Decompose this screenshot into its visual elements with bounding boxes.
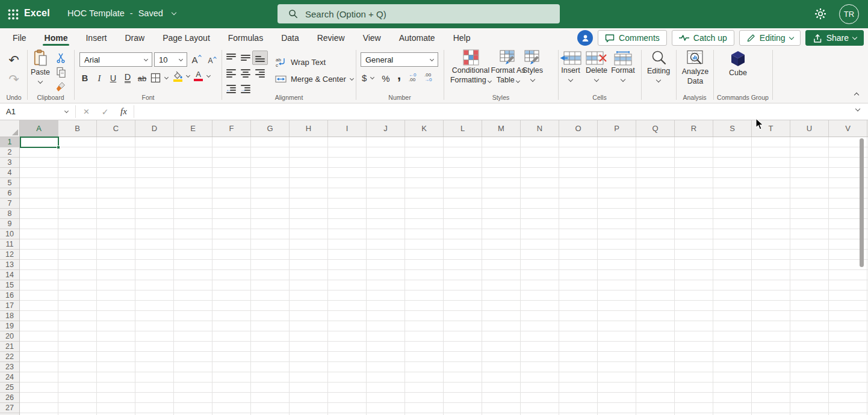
row-header-12[interactable]: 12 [0,250,19,260]
row-header-18[interactable]: 18 [0,311,19,321]
row-header-3[interactable]: 3 [0,158,19,168]
tab-view[interactable]: View [354,28,390,47]
double-underline-button[interactable]: D [121,72,134,85]
row-header-20[interactable]: 20 [0,331,19,342]
cancel-entry-button[interactable]: × [77,106,96,117]
name-box[interactable]: A1 [0,103,75,120]
column-header-I[interactable]: I [328,120,367,137]
column-header-B[interactable]: B [58,120,97,137]
user-avatar[interactable]: TR [839,4,859,24]
fill-handle[interactable] [57,146,60,149]
column-header-P[interactable]: P [598,120,636,137]
insert-cells-button[interactable]: Insert [557,51,584,81]
strikethrough-button[interactable]: ab [135,72,149,85]
enter-entry-button[interactable]: ✓ [96,107,114,117]
column-header-V[interactable]: V [829,120,867,137]
underline-button[interactable]: U [107,72,120,85]
column-header-J[interactable]: J [367,120,405,137]
wrap-text-button[interactable]: ab c Wrap Text [275,57,326,67]
cube-button[interactable]: Cube [722,50,754,78]
tab-help[interactable]: Help [444,28,480,47]
select-all-corner[interactable] [0,120,20,137]
row-header-25[interactable]: 25 [0,383,19,393]
column-header-T[interactable]: T [752,120,790,137]
search-box[interactable] [277,4,560,23]
column-header-L[interactable]: L [444,120,482,137]
row-header-26[interactable]: 26 [0,393,19,403]
copy-button[interactable] [54,66,67,78]
merge-center-button[interactable]: Merge & Center [275,74,353,84]
row-header-19[interactable]: 19 [0,321,19,331]
app-launcher-icon[interactable] [8,9,19,20]
insert-function-button[interactable]: fx [114,106,133,117]
expand-formula-bar-icon[interactable] [855,106,860,111]
search-input[interactable] [305,9,534,19]
font-name-select[interactable]: Arial [79,52,152,67]
row-header-15[interactable]: 15 [0,280,19,290]
column-header-N[interactable]: N [521,120,559,137]
row-header-24[interactable]: 24 [0,372,19,383]
analyze-data-button[interactable]: Analyze Data [678,50,713,86]
comments-button[interactable]: Comments [598,30,667,46]
fill-color-button[interactable] [173,71,190,82]
tab-draw[interactable]: Draw [116,28,153,47]
row-header-27[interactable]: 27 [0,403,19,413]
presence-indicator[interactable] [577,30,593,46]
number-format-select[interactable]: General [361,52,438,67]
borders-button[interactable] [150,73,168,83]
align-right-button[interactable] [254,67,266,79]
comma-format-button[interactable]: , [394,69,404,82]
align-middle-button[interactable] [240,52,252,64]
vertical-scrollbar-thumb[interactable] [860,138,864,267]
row-header-21[interactable]: 21 [0,342,19,352]
settings-gear-icon[interactable] [814,7,827,20]
share-button[interactable]: Share [805,30,864,46]
tab-file[interactable]: File [4,28,36,47]
row-header-2[interactable]: 2 [0,147,19,158]
currency-format-button[interactable]: $ [362,73,374,83]
catch-up-button[interactable]: Catch up [672,30,734,46]
column-header-G[interactable]: G [251,120,290,137]
tab-review[interactable]: Review [308,28,354,47]
tab-formulas[interactable]: Formulas [219,28,272,47]
column-header-O[interactable]: O [559,120,598,137]
tab-data[interactable]: Data [272,28,308,47]
editing-mode-button[interactable]: Editing [739,30,801,46]
column-header-A[interactable]: A [20,120,58,137]
row-header-22[interactable]: 22 [0,352,19,362]
row-header-16[interactable]: 16 [0,290,19,301]
column-header-F[interactable]: F [212,120,251,137]
tab-page-layout[interactable]: Page Layout [153,28,219,47]
font-size-select[interactable]: 10 [154,52,187,67]
decrease-indent-button[interactable]: ← [225,83,237,95]
row-header-8[interactable]: 8 [0,209,19,219]
font-color-button[interactable]: A [194,71,210,81]
row-header-7[interactable]: 7 [0,198,19,209]
column-header-C[interactable]: C [97,120,135,137]
document-title[interactable]: HOC Template - Saved [67,8,176,18]
row-header-17[interactable]: 17 [0,301,19,311]
row-header-10[interactable]: 10 [0,229,19,239]
align-top-button[interactable] [225,52,237,64]
align-left-button[interactable] [225,67,237,79]
row-header-9[interactable]: 9 [0,219,19,229]
increase-indent-button[interactable]: → [240,83,252,95]
decrease-font-size-button[interactable]: A [205,54,219,67]
column-header-S[interactable]: S [713,120,752,137]
row-header-6[interactable]: 6 [0,188,19,198]
increase-font-size-button[interactable]: A [189,53,203,66]
paste-button[interactable]: Paste [28,49,53,83]
conditional-formatting-button[interactable]: Conditional Formatting [448,49,493,85]
row-header-14[interactable]: 14 [0,270,19,280]
undo-button[interactable]: ↶ [6,52,22,67]
column-header-Q[interactable]: Q [636,120,675,137]
row-header-1[interactable]: 1 [0,137,19,147]
sheet-grid[interactable] [20,137,868,415]
delete-cells-button[interactable]: Delete [583,51,610,81]
row-header-5[interactable]: 5 [0,178,19,188]
column-header-D[interactable]: D [135,120,174,137]
percent-format-button[interactable]: % [380,72,392,84]
column-header-H[interactable]: H [290,120,328,137]
increase-decimal-button[interactable]: ←0 .00 [409,73,416,82]
column-header-U[interactable]: U [790,120,829,137]
